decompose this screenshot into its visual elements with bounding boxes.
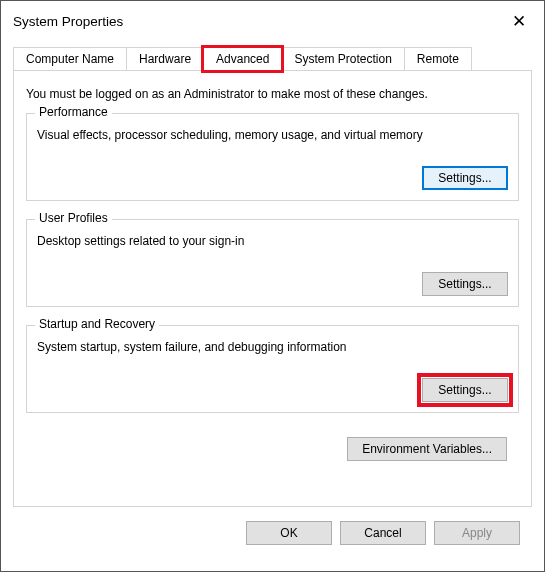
titlebar: System Properties ✕ (1, 1, 544, 42)
tabs: Computer Name Hardware Advanced System P… (13, 47, 532, 71)
group-startup-recovery-btn-row: Settings... (37, 378, 508, 402)
tab-hardware[interactable]: Hardware (126, 47, 204, 70)
dialog-footer: OK Cancel Apply (13, 507, 532, 559)
tab-system-protection[interactable]: System Protection (281, 47, 404, 70)
dialog-body: Computer Name Hardware Advanced System P… (1, 42, 544, 571)
group-performance-desc: Visual effects, processor scheduling, me… (37, 128, 508, 142)
group-startup-recovery-legend: Startup and Recovery (35, 317, 159, 331)
window-title: System Properties (13, 14, 123, 29)
group-performance: Performance Visual effects, processor sc… (26, 113, 519, 201)
tab-computer-name[interactable]: Computer Name (13, 47, 127, 70)
tab-panel-advanced: You must be logged on as an Administrato… (13, 71, 532, 507)
performance-settings-button[interactable]: Settings... (422, 166, 508, 190)
tab-advanced[interactable]: Advanced (203, 47, 282, 71)
group-user-profiles-btn-row: Settings... (37, 272, 508, 296)
tab-remote[interactable]: Remote (404, 47, 472, 70)
apply-button[interactable]: Apply (434, 521, 520, 545)
group-user-profiles: User Profiles Desktop settings related t… (26, 219, 519, 307)
environment-variables-button[interactable]: Environment Variables... (347, 437, 507, 461)
user-profiles-settings-button[interactable]: Settings... (422, 272, 508, 296)
env-vars-row: Environment Variables... (26, 431, 519, 461)
ok-button[interactable]: OK (246, 521, 332, 545)
cancel-button[interactable]: Cancel (340, 521, 426, 545)
group-performance-legend: Performance (35, 105, 112, 119)
intro-text: You must be logged on as an Administrato… (26, 87, 519, 101)
group-user-profiles-desc: Desktop settings related to your sign-in (37, 234, 508, 248)
close-icon[interactable]: ✕ (504, 9, 534, 34)
group-user-profiles-legend: User Profiles (35, 211, 112, 225)
startup-recovery-settings-button[interactable]: Settings... (422, 378, 508, 402)
group-startup-recovery-desc: System startup, system failure, and debu… (37, 340, 508, 354)
group-performance-btn-row: Settings... (37, 166, 508, 190)
group-startup-recovery: Startup and Recovery System startup, sys… (26, 325, 519, 413)
